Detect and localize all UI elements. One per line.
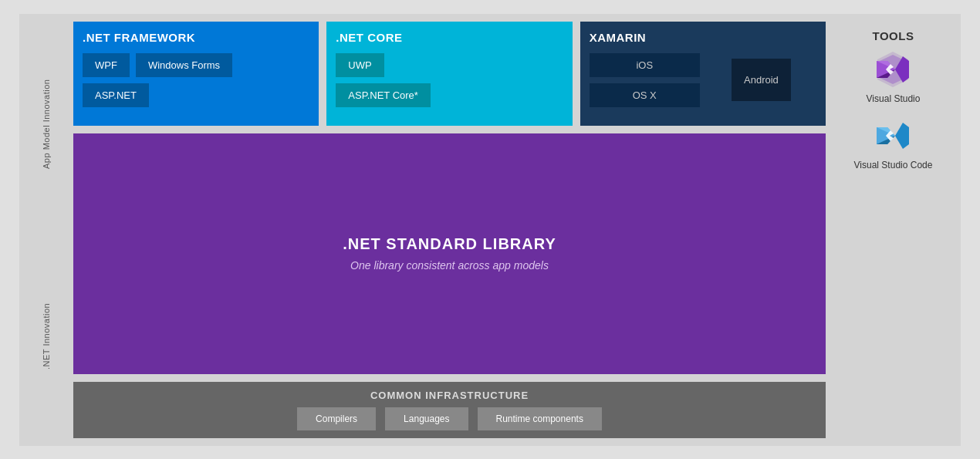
net-framework-row2: ASP.NET — [83, 83, 309, 107]
net-standard-box: .NET STANDARD LIBRARY One library consis… — [73, 133, 826, 373]
top-row: .NET FRAMEWORK WPF Windows Forms ASP.NET… — [73, 22, 826, 127]
xamarin-box: XAMARIN iOS OS X Android — [580, 22, 826, 127]
visual-studio-code-item: Visual Studio Code — [854, 116, 933, 170]
net-innovation-label: .NET Innovation — [27, 234, 66, 438]
asp-net-chip: ASP.NET — [83, 83, 149, 107]
xamarin-title: XAMARIN — [590, 31, 816, 44]
net-framework-box: .NET FRAMEWORK WPF Windows Forms ASP.NET — [73, 22, 319, 127]
xamarin-items: iOS OS X Android — [590, 53, 816, 107]
infra-title: COMMON INFRASTRUCTURE — [81, 390, 818, 401]
runtime-chip: Runtime components — [478, 407, 602, 430]
net-standard-title: .NET STANDARD LIBRARY — [343, 235, 556, 253]
infrastructure-box: COMMON INFRASTRUCTURE Compilers Language… — [73, 382, 826, 438]
visual-studio-code-icon — [874, 116, 912, 155]
android-chip: Android — [732, 59, 791, 101]
uwp-chip: UWP — [336, 53, 384, 77]
net-core-row1: UWP — [336, 53, 563, 77]
net-framework-title: .NET FRAMEWORK — [83, 31, 309, 44]
windows-forms-chip: Windows Forms — [136, 53, 232, 77]
xamarin-left: iOS OS X — [590, 53, 700, 107]
net-standard-subtitle: One library consistent across app models — [350, 259, 549, 272]
compilers-chip: Compilers — [297, 407, 376, 430]
visual-studio-code-label: Visual Studio Code — [854, 160, 933, 170]
ios-chip: iOS — [590, 53, 700, 77]
visual-studio-label: Visual Studio — [867, 93, 921, 104]
net-core-row2: ASP.NET Core* — [336, 83, 563, 107]
diagram-wrapper: App Model Innovation .NET Innovation .NE… — [19, 14, 961, 446]
net-core-box: .NET CORE UWP ASP.NET Core* — [326, 22, 572, 127]
net-framework-row1: WPF Windows Forms — [83, 53, 309, 77]
main-diagram: .NET FRAMEWORK WPF Windows Forms ASP.NET… — [73, 22, 826, 438]
tools-box: TOOLS Visual Studio — [833, 22, 953, 191]
tools-column: TOOLS Visual Studio — [833, 22, 953, 438]
infra-chips: Compilers Languages Runtime components — [81, 407, 818, 430]
visual-studio-item: Visual Studio — [867, 50, 921, 104]
left-labels: App Model Innovation .NET Innovation — [27, 22, 66, 438]
asp-net-core-chip: ASP.NET Core* — [336, 83, 431, 107]
wpf-chip: WPF — [83, 53, 130, 77]
visual-studio-icon — [874, 50, 912, 89]
net-core-title: .NET CORE — [336, 31, 563, 44]
xamarin-right: Android — [706, 53, 816, 107]
osx-chip: OS X — [590, 83, 700, 107]
app-model-label: App Model Innovation — [27, 22, 66, 226]
tools-title: TOOLS — [873, 29, 914, 42]
languages-chip: Languages — [385, 407, 468, 430]
